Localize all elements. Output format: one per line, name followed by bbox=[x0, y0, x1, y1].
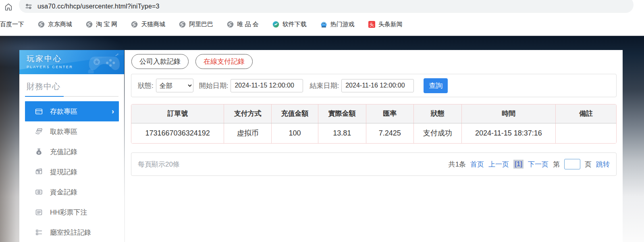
cell-order-number: 1731667036324192 bbox=[131, 123, 224, 143]
globe-icon bbox=[131, 21, 138, 28]
prev-page-link[interactable]: 上一页 bbox=[488, 160, 509, 169]
col-status: 狀態 bbox=[413, 104, 461, 123]
bookmark-label: 唯 品 会 bbox=[237, 21, 258, 28]
col-actual-amount: 實際金額 bbox=[318, 104, 366, 123]
cell-exchange-rate: 7.2425 bbox=[366, 123, 413, 143]
sidebar-item-hall-bet-records[interactable]: 廳室投註記錄 bbox=[19, 222, 124, 242]
bookmark-label: 热门游戏 bbox=[330, 21, 355, 28]
status-label: 狀態: bbox=[138, 81, 154, 90]
end-date-label: 結束日期: bbox=[310, 81, 339, 90]
sidebar-item-label: 廳室投註記錄 bbox=[50, 228, 91, 237]
bookmark-baidu[interactable]: 百度一下 bbox=[0, 21, 24, 28]
start-date-label: 開始日期: bbox=[199, 81, 229, 90]
omnibox-row: usa70.cc/hhcp/usercenter.html?iniType=3 bbox=[0, 0, 644, 13]
sidebar-item-label: 充值記錄 bbox=[50, 147, 77, 156]
col-time: 時間 bbox=[461, 104, 555, 123]
bookmark-label: 天猫商城 bbox=[141, 21, 165, 28]
record-tabs: 公司入款記錄 在線支付記錄 bbox=[131, 50, 617, 73]
table-row: 1731667036324192 虚拟币 100 13.81 7.2425 支付… bbox=[131, 123, 616, 143]
jump-prefix: 第 bbox=[553, 160, 560, 169]
sidebar-item-hh-lottery-bets[interactable]: HH彩票下注 bbox=[19, 202, 124, 222]
main-content: 公司入款記錄 在線支付記錄 狀態: 全部 開始日期: 結束日期: 查詢 bbox=[125, 50, 623, 242]
page-size-text: 每頁顯示20條 bbox=[138, 160, 180, 169]
url-text: usa70.cc/hhcp/usercenter.html?iniType=3 bbox=[37, 3, 160, 10]
finance-section-title: 財務中心 bbox=[19, 74, 124, 96]
url-bar[interactable]: usa70.cc/hhcp/usercenter.html?iniType=3 bbox=[19, 0, 634, 13]
jump-link[interactable]: 跳转 bbox=[596, 160, 610, 169]
sidebar-item-label: HH彩票下注 bbox=[50, 208, 87, 217]
globe-icon bbox=[86, 21, 93, 28]
records-table: 訂單號 支付方式 充值金額 實際金額 匯率 狀態 時間 備註 173166703 bbox=[131, 104, 616, 143]
bookmark-label: 软件下载 bbox=[283, 21, 307, 28]
hot-games-icon bbox=[320, 21, 327, 28]
sidebar-item-label: 取款專區 bbox=[50, 127, 77, 136]
bookmark-tmall[interactable]: 天猫商城 bbox=[131, 21, 165, 28]
bookmark-label: 淘 宝 网 bbox=[96, 21, 117, 28]
jump-suffix: 页 bbox=[585, 160, 592, 169]
bookmark-label: 百度一下 bbox=[0, 21, 24, 28]
current-page-indicator: [1] bbox=[513, 160, 524, 169]
col-recharge-amount: 充值金額 bbox=[272, 104, 318, 123]
sidebar-item-label: 提現記錄 bbox=[50, 167, 77, 177]
bookmark-games[interactable]: 热门游戏 bbox=[320, 21, 355, 28]
tab-online-payment-records[interactable]: 在線支付記錄 bbox=[195, 54, 253, 69]
sidebar-item-funds-records[interactable]: 資金記錄 bbox=[19, 182, 124, 202]
col-payment-method: 支付方式 bbox=[224, 104, 272, 123]
money-bag-icon bbox=[35, 148, 43, 156]
sidebar-item-withdraw-zone[interactable]: 取款專區 bbox=[19, 121, 124, 142]
browser-window: usa70.cc/hhcp/usercenter.html?iniType=3 … bbox=[0, 0, 644, 242]
cell-time: 2024-11-15 18:37:16 bbox=[461, 123, 555, 143]
pager-controls: 共1条 首页 上一页 [1] 下一页 第 页 跳转 bbox=[449, 159, 610, 169]
deposit-icon bbox=[35, 107, 43, 116]
cell-actual-amount: 13.81 bbox=[318, 123, 366, 143]
cell-remark bbox=[556, 123, 616, 143]
browser-chrome: usa70.cc/hhcp/usercenter.html?iniType=3 … bbox=[0, 0, 644, 35]
cell-payment-method: 虚拟币 bbox=[224, 123, 272, 143]
globe-icon bbox=[38, 21, 45, 28]
gamepad-icon bbox=[85, 52, 123, 73]
col-order-number: 訂單號 bbox=[131, 104, 224, 123]
pagination-bar: 每頁顯示20條 共1条 首页 上一页 [1] 下一页 第 页 跳转 bbox=[131, 152, 617, 176]
globe-icon bbox=[179, 21, 186, 28]
software-download-icon bbox=[272, 21, 279, 28]
lottery-list-icon bbox=[35, 208, 43, 217]
bookmark-label: 头条新闻 bbox=[378, 21, 403, 28]
sidebar-header: 玩家中心 PLAYERS CENTER bbox=[19, 50, 124, 74]
search-button[interactable]: 查詢 bbox=[424, 78, 448, 93]
funds-icon bbox=[35, 188, 43, 196]
sidebar: 玩家中心 PLAYERS CENTER 財務中心 存款專區 › 取款專區 充值記… bbox=[19, 50, 124, 242]
sidebar-item-recharge-records[interactable]: 充值記錄 bbox=[19, 142, 124, 162]
tab-company-deposit-records[interactable]: 公司入款記錄 bbox=[131, 54, 189, 69]
toutiao-news-icon: 头 bbox=[368, 21, 375, 28]
end-date-input[interactable] bbox=[341, 79, 414, 92]
jump-page-input[interactable] bbox=[564, 159, 580, 169]
bookmark-taobao[interactable]: 淘 宝 网 bbox=[86, 21, 117, 28]
status-select[interactable]: 全部 bbox=[156, 79, 193, 92]
bookmark-jd[interactable]: 京东商城 bbox=[38, 21, 72, 28]
bookmarks-bar: 百度一下 京东商城 淘 宝 网 天猫商城 阿里巴巴 唯 品 会 bbox=[0, 13, 644, 35]
table-header-row: 訂單號 支付方式 充值金額 實際金額 匯率 狀態 時間 備註 bbox=[131, 104, 616, 123]
site-settings-icon[interactable] bbox=[25, 2, 33, 10]
home-button[interactable] bbox=[4, 2, 13, 12]
sidebar-item-label: 資金記錄 bbox=[50, 188, 77, 197]
sidebar-item-withdraw-records[interactable]: 提現記錄 bbox=[19, 162, 124, 182]
first-page-link[interactable]: 首页 bbox=[470, 160, 484, 169]
start-date-input[interactable] bbox=[231, 79, 303, 92]
bookmark-vip[interactable]: 唯 品 会 bbox=[227, 21, 258, 28]
bookmark-software[interactable]: 软件下载 bbox=[272, 21, 307, 28]
withdraw-icon bbox=[35, 127, 43, 136]
bookmark-alibaba[interactable]: 阿里巴巴 bbox=[179, 21, 213, 28]
page-background: 玩家中心 PLAYERS CENTER 財務中心 存款專區 › 取款專區 充值記… bbox=[0, 36, 644, 242]
bookmark-label: 京东商城 bbox=[48, 21, 72, 28]
bookmark-toutiao[interactable]: 头 头条新闻 bbox=[368, 21, 403, 28]
banknotes-icon bbox=[35, 168, 43, 176]
section-divider bbox=[25, 96, 118, 97]
col-remark: 備註 bbox=[556, 104, 616, 123]
col-exchange-rate: 匯率 bbox=[366, 104, 413, 123]
sidebar-item-deposit-zone[interactable]: 存款專區 › bbox=[25, 101, 119, 121]
total-count: 共1条 bbox=[449, 160, 466, 169]
records-table-container: 訂單號 支付方式 充值金額 實際金額 匯率 狀態 時間 備註 173166703 bbox=[131, 104, 617, 144]
next-page-link[interactable]: 下一页 bbox=[528, 160, 548, 169]
filter-bar: 狀態: 全部 開始日期: 結束日期: 查詢 bbox=[131, 74, 617, 97]
bookmark-label: 阿里巴巴 bbox=[189, 21, 213, 28]
